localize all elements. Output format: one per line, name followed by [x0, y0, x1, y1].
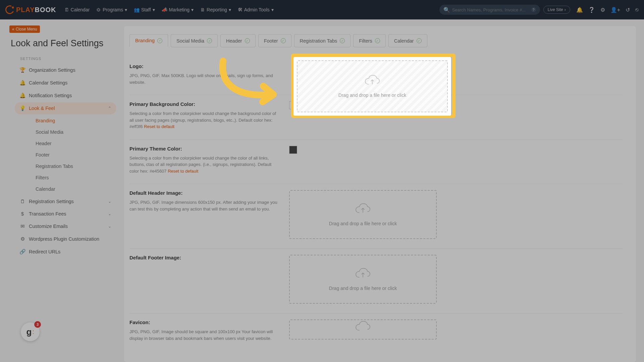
sidebar-item-calendar[interactable]: 🔔Calendar Settings	[15, 77, 116, 89]
logo-dropzone[interactable]: Drag and drop a file here or click	[297, 60, 448, 112]
headerimg-desc: JPG, PNG, GIF. Image dimensions 600x150 …	[129, 199, 279, 212]
sub-footer[interactable]: Footer	[36, 149, 121, 161]
help-icon[interactable]: ❔	[588, 7, 595, 13]
sidebar-item-org[interactable]: 🏆Organization Settings	[15, 64, 116, 76]
tab-social[interactable]: Social Media✓	[171, 34, 218, 47]
tab-calendar[interactable]: Calendar✓	[388, 34, 427, 47]
theme-desc: Selecting a color from the colorpicker w…	[129, 155, 279, 175]
share-icon: ⯐	[96, 7, 101, 12]
sidebar-item-wp[interactable]: ⚙Wordpress Plugin Customization	[15, 233, 116, 245]
check-icon: ✓	[340, 38, 345, 43]
bgcolor-reset-link[interactable]: Reset to default	[144, 124, 174, 129]
dropzone-text: Drag and drop a file here or click	[338, 93, 406, 98]
logo-play: PLAY	[16, 6, 35, 13]
sub-regtabs[interactable]: Registration Tabs	[36, 161, 121, 172]
bell-icon[interactable]: 🔔	[576, 7, 583, 13]
favicon-desc: JPG, PNG, GIF. Image should be square an…	[129, 328, 279, 342]
bullhorn-icon: 📣	[162, 7, 167, 12]
check-icon: ✓	[281, 38, 286, 43]
bulb-icon: 💡	[19, 105, 25, 111]
sub-header[interactable]: Header	[36, 138, 121, 149]
page-title: Look and Feel Settings	[11, 38, 121, 49]
sub-social[interactable]: Social Media	[36, 126, 121, 138]
sidebar-item-emails[interactable]: ✉Customize Emails⌄	[15, 220, 116, 232]
nav-admin[interactable]: 🛠Admin Tools▾	[238, 7, 274, 12]
close-menu-button[interactable]: «Close Menu	[9, 25, 40, 33]
cloud-upload-icon	[355, 203, 371, 218]
nav-items: 🗓Calendar ⯐Programs▾ 👥Staff▾ 📣Marketing▾…	[64, 7, 274, 12]
favicon-title: Favicon:	[129, 319, 279, 325]
theme-title: Primary Theme Color:	[129, 146, 279, 152]
cloud-upload-icon	[355, 321, 371, 336]
headerimg-title: Default Header Image:	[129, 190, 279, 196]
sidebar-item-fees[interactable]: $Transaction Fees⌄	[15, 208, 116, 220]
dots-icon: :	[32, 330, 34, 334]
favicon-dropzone[interactable]	[289, 319, 437, 340]
clipboard-icon: 🗒	[19, 198, 25, 204]
headerimg-dropzone[interactable]: Drag and drop a file here or click	[289, 190, 437, 239]
chevron-down-icon: ▾	[153, 7, 155, 12]
tab-filters[interactable]: Filters✓	[353, 34, 385, 47]
nav-reporting[interactable]: 🗎Reporting▾	[200, 7, 231, 12]
theme-swatch[interactable]	[289, 146, 297, 154]
chevron-down-icon: ▾	[229, 7, 231, 12]
top-nav: PLAYBOOK 🗓Calendar ⯐Programs▾ 👥Staff▾ 📣M…	[0, 0, 644, 19]
callout-arrow-icon	[210, 58, 280, 109]
link-icon: 🔗	[19, 249, 25, 255]
chevron-right-icon: ›	[565, 7, 566, 12]
logo-mark-icon	[4, 4, 15, 15]
check-icon: ✓	[157, 38, 162, 43]
logo[interactable]: PLAYBOOK	[5, 5, 56, 14]
nav-staff[interactable]: 👥Staff▾	[134, 7, 155, 12]
nav-programs[interactable]: ⯐Programs▾	[96, 7, 127, 12]
footerimg-dropzone[interactable]: Drag and drop a file here or click	[289, 255, 437, 304]
tab-branding[interactable]: Branding✓	[129, 34, 168, 47]
gear-icon[interactable]: ⚙	[600, 7, 605, 13]
sidebar-sublist: Branding Social Media Header Footer Regi…	[36, 115, 121, 195]
theme-reset-link[interactable]: Reset to default	[168, 169, 198, 174]
nav-calendar[interactable]: 🗓Calendar	[64, 7, 90, 12]
logout-icon[interactable]: ⎋	[635, 7, 639, 13]
row-theme: Primary Theme Color: Selecting a color f…	[129, 140, 623, 184]
search-input[interactable]	[452, 7, 531, 12]
sub-filters[interactable]: Filters	[36, 172, 121, 183]
search-wrap[interactable]: 🔍 ?	[439, 5, 540, 15]
check-icon: ✓	[417, 38, 422, 43]
g-icon: g	[26, 327, 32, 337]
user-add-icon[interactable]: 👤+	[610, 7, 620, 13]
sidebar-item-look[interactable]: 💡Look & Feel⌃	[15, 102, 116, 114]
bgcolor-desc: Selecting a color from the colorpicker w…	[129, 110, 279, 130]
row-footerimg: Default Footer Image: Drag and drop a fi…	[129, 249, 623, 313]
envelope-icon: ✉	[19, 223, 25, 229]
chevron-down-icon: ▾	[125, 7, 127, 12]
chevron-down-icon: ▾	[271, 7, 274, 12]
bell-icon: 🔔	[19, 93, 25, 99]
highlighted-dropzone-wrap: Drag and drop a file here or click	[293, 57, 451, 116]
nav-marketing[interactable]: 📣Marketing▾	[162, 7, 194, 12]
g-badge: 3	[34, 321, 41, 328]
sidebar-list: 🏆Organization Settings 🔔Calendar Setting…	[9, 64, 121, 114]
sidebar-item-notif[interactable]: 🔔Notification Settings	[15, 89, 116, 102]
live-site-button[interactable]: Live Site ›	[543, 6, 570, 14]
users-icon: 👥	[134, 7, 140, 12]
dropzone-text: Drag and drop a file here or click	[329, 286, 397, 291]
tab-header[interactable]: Header✓	[220, 34, 256, 47]
chevron-up-icon: ⌃	[108, 106, 111, 111]
history-icon[interactable]: ↺	[626, 7, 630, 13]
chevron-down-icon: ⌄	[108, 212, 111, 216]
sidebar-item-redirect[interactable]: 🔗Redirect URLs	[15, 246, 116, 258]
g-float-button[interactable]: g: 3	[21, 322, 40, 341]
sub-calendar[interactable]: Calendar	[36, 183, 121, 195]
help-badge-icon[interactable]: ?	[531, 7, 536, 12]
section-label: SETTINGS	[20, 57, 121, 61]
tab-footer[interactable]: Footer✓	[258, 34, 291, 47]
footerimg-title: Default Footer Image:	[129, 255, 279, 260]
check-icon: ✓	[375, 38, 380, 43]
calendar-icon: 🗓	[64, 7, 69, 12]
dropzone-text: Drag and drop a file here or click	[329, 221, 397, 226]
sub-branding[interactable]: Branding	[36, 115, 121, 126]
tab-regtabs[interactable]: Registration Tabs✓	[294, 34, 351, 47]
sidebar-item-reg[interactable]: 🗒Registration Settings⌄	[15, 195, 116, 207]
chevron-down-icon: ▾	[191, 7, 194, 12]
cloud-upload-icon	[355, 268, 371, 283]
